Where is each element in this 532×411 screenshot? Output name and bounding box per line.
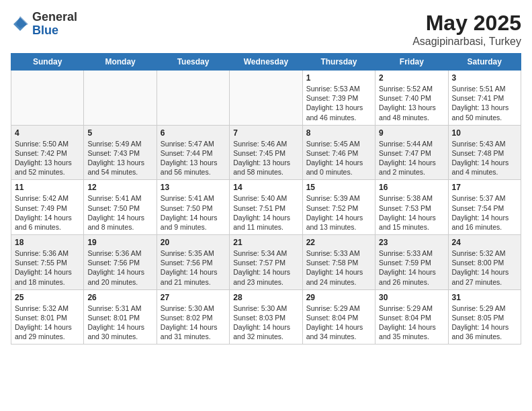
day-header-saturday: Saturday xyxy=(448,54,521,71)
calendar-cell xyxy=(230,71,302,126)
calendar-header-row: SundayMondayTuesdayWednesdayThursdayFrid… xyxy=(11,54,521,71)
day-number: 28 xyxy=(233,293,298,302)
day-number: 31 xyxy=(452,293,517,302)
day-info: Sunrise: 5:41 AMSunset: 7:50 PMDaylight:… xyxy=(161,193,226,232)
day-info: Sunrise: 5:42 AMSunset: 7:49 PMDaylight:… xyxy=(15,193,80,232)
day-number: 3 xyxy=(452,73,517,83)
title-block: May 2025 Asagipinarbasi, Turkey xyxy=(412,11,521,48)
logo-general-text: General xyxy=(32,10,77,24)
logo-text: General Blue xyxy=(32,11,77,38)
day-info: Sunrise: 5:33 AMSunset: 7:58 PMDaylight:… xyxy=(306,248,371,287)
day-number: 30 xyxy=(379,293,444,302)
day-number: 5 xyxy=(87,128,152,138)
calendar-cell: 1Sunrise: 5:53 AMSunset: 7:39 PMDaylight… xyxy=(302,71,375,126)
calendar-cell: 27Sunrise: 5:30 AMSunset: 8:02 PMDayligh… xyxy=(157,289,229,345)
day-number: 12 xyxy=(87,183,152,192)
calendar-cell: 2Sunrise: 5:52 AMSunset: 7:40 PMDaylight… xyxy=(375,71,448,126)
calendar-table: SundayMondayTuesdayWednesdayThursdayFrid… xyxy=(11,53,521,345)
day-info: Sunrise: 5:40 AMSunset: 7:51 PMDaylight:… xyxy=(233,193,298,232)
day-info: Sunrise: 5:41 AMSunset: 7:50 PMDaylight:… xyxy=(87,193,152,232)
day-number: 2 xyxy=(379,73,444,83)
day-number: 14 xyxy=(233,183,298,192)
calendar-cell: 6Sunrise: 5:47 AMSunset: 7:44 PMDaylight… xyxy=(157,125,229,180)
calendar-week-row: 11Sunrise: 5:42 AMSunset: 7:49 PMDayligh… xyxy=(11,180,521,235)
calendar-cell: 21Sunrise: 5:34 AMSunset: 7:57 PMDayligh… xyxy=(230,235,302,290)
calendar-cell: 17Sunrise: 5:37 AMSunset: 7:54 PMDayligh… xyxy=(448,180,521,235)
logo-icon xyxy=(11,15,30,34)
calendar-week-row: 1Sunrise: 5:53 AMSunset: 7:39 PMDaylight… xyxy=(11,71,521,126)
calendar-title: May 2025 xyxy=(412,11,521,36)
day-number: 23 xyxy=(379,238,444,247)
page-header: General Blue May 2025 Asagipinarbasi, Tu… xyxy=(11,11,521,48)
day-number: 19 xyxy=(87,238,152,247)
day-info: Sunrise: 5:45 AMSunset: 7:46 PMDaylight:… xyxy=(306,139,371,177)
day-info: Sunrise: 5:35 AMSunset: 7:56 PMDaylight:… xyxy=(161,248,226,287)
day-number: 16 xyxy=(379,183,444,192)
day-info: Sunrise: 5:52 AMSunset: 7:40 PMDaylight:… xyxy=(379,84,444,122)
calendar-cell xyxy=(157,71,229,126)
day-number: 7 xyxy=(233,128,298,138)
calendar-cell: 3Sunrise: 5:51 AMSunset: 7:41 PMDaylight… xyxy=(448,71,521,126)
calendar-cell: 13Sunrise: 5:41 AMSunset: 7:50 PMDayligh… xyxy=(157,180,229,235)
day-number: 25 xyxy=(15,293,80,302)
calendar-cell: 19Sunrise: 5:36 AMSunset: 7:56 PMDayligh… xyxy=(84,235,157,290)
calendar-cell: 16Sunrise: 5:38 AMSunset: 7:53 PMDayligh… xyxy=(375,180,448,235)
calendar-cell: 29Sunrise: 5:29 AMSunset: 8:04 PMDayligh… xyxy=(302,289,375,345)
day-number: 18 xyxy=(15,238,80,247)
calendar-cell: 18Sunrise: 5:36 AMSunset: 7:55 PMDayligh… xyxy=(11,235,84,290)
calendar-cell: 30Sunrise: 5:29 AMSunset: 8:04 PMDayligh… xyxy=(375,289,448,345)
calendar-cell: 28Sunrise: 5:30 AMSunset: 8:03 PMDayligh… xyxy=(230,289,302,345)
day-number: 21 xyxy=(233,238,298,247)
day-number: 9 xyxy=(379,128,444,138)
day-number: 13 xyxy=(161,183,226,192)
day-info: Sunrise: 5:44 AMSunset: 7:47 PMDaylight:… xyxy=(379,139,444,177)
day-number: 15 xyxy=(306,183,371,192)
day-info: Sunrise: 5:39 AMSunset: 7:52 PMDaylight:… xyxy=(306,193,371,232)
day-info: Sunrise: 5:29 AMSunset: 8:04 PMDaylight:… xyxy=(379,304,444,342)
day-number: 10 xyxy=(452,128,517,138)
calendar-cell: 23Sunrise: 5:33 AMSunset: 7:59 PMDayligh… xyxy=(375,235,448,290)
day-info: Sunrise: 5:36 AMSunset: 7:56 PMDaylight:… xyxy=(87,248,152,287)
day-header-sunday: Sunday xyxy=(11,54,84,71)
day-info: Sunrise: 5:32 AMSunset: 8:01 PMDaylight:… xyxy=(15,304,80,342)
calendar-cell: 31Sunrise: 5:29 AMSunset: 8:05 PMDayligh… xyxy=(448,289,521,345)
day-info: Sunrise: 5:32 AMSunset: 8:00 PMDaylight:… xyxy=(452,248,517,287)
day-number: 22 xyxy=(306,238,371,247)
day-header-wednesday: Wednesday xyxy=(230,54,302,71)
calendar-week-row: 4Sunrise: 5:50 AMSunset: 7:42 PMDaylight… xyxy=(11,125,521,180)
calendar-cell: 26Sunrise: 5:31 AMSunset: 8:01 PMDayligh… xyxy=(84,289,157,345)
calendar-cell: 7Sunrise: 5:46 AMSunset: 7:45 PMDaylight… xyxy=(230,125,302,180)
calendar-cell: 12Sunrise: 5:41 AMSunset: 7:50 PMDayligh… xyxy=(84,180,157,235)
logo: General Blue xyxy=(11,11,77,38)
day-number: 1 xyxy=(306,73,371,83)
day-info: Sunrise: 5:29 AMSunset: 8:04 PMDaylight:… xyxy=(306,304,371,342)
calendar-cell: 5Sunrise: 5:49 AMSunset: 7:43 PMDaylight… xyxy=(84,125,157,180)
day-info: Sunrise: 5:51 AMSunset: 7:41 PMDaylight:… xyxy=(452,84,517,122)
calendar-cell: 11Sunrise: 5:42 AMSunset: 7:49 PMDayligh… xyxy=(11,180,84,235)
calendar-cell: 9Sunrise: 5:44 AMSunset: 7:47 PMDaylight… xyxy=(375,125,448,180)
day-info: Sunrise: 5:30 AMSunset: 8:03 PMDaylight:… xyxy=(233,304,298,342)
day-info: Sunrise: 5:33 AMSunset: 7:59 PMDaylight:… xyxy=(379,248,444,287)
calendar-cell: 25Sunrise: 5:32 AMSunset: 8:01 PMDayligh… xyxy=(11,289,84,345)
day-number: 26 xyxy=(87,293,152,302)
day-info: Sunrise: 5:47 AMSunset: 7:44 PMDaylight:… xyxy=(161,139,226,177)
day-info: Sunrise: 5:53 AMSunset: 7:39 PMDaylight:… xyxy=(306,84,371,122)
day-number: 20 xyxy=(161,238,226,247)
calendar-cell: 14Sunrise: 5:40 AMSunset: 7:51 PMDayligh… xyxy=(230,180,302,235)
calendar-location: Asagipinarbasi, Turkey xyxy=(412,36,521,48)
day-info: Sunrise: 5:49 AMSunset: 7:43 PMDaylight:… xyxy=(87,139,152,177)
logo-blue-text: Blue xyxy=(32,24,58,37)
day-info: Sunrise: 5:36 AMSunset: 7:55 PMDaylight:… xyxy=(15,248,80,287)
day-info: Sunrise: 5:30 AMSunset: 8:02 PMDaylight:… xyxy=(161,304,226,342)
day-number: 11 xyxy=(15,183,80,192)
day-number: 17 xyxy=(452,183,517,192)
day-number: 6 xyxy=(161,128,226,138)
day-header-tuesday: Tuesday xyxy=(157,54,229,71)
day-info: Sunrise: 5:29 AMSunset: 8:05 PMDaylight:… xyxy=(452,304,517,342)
calendar-week-row: 25Sunrise: 5:32 AMSunset: 8:01 PMDayligh… xyxy=(11,289,521,345)
day-info: Sunrise: 5:34 AMSunset: 7:57 PMDaylight:… xyxy=(233,248,298,287)
day-header-friday: Friday xyxy=(375,54,448,71)
day-info: Sunrise: 5:43 AMSunset: 7:48 PMDaylight:… xyxy=(452,139,517,177)
calendar-cell: 22Sunrise: 5:33 AMSunset: 7:58 PMDayligh… xyxy=(302,235,375,290)
day-header-monday: Monday xyxy=(84,54,157,71)
